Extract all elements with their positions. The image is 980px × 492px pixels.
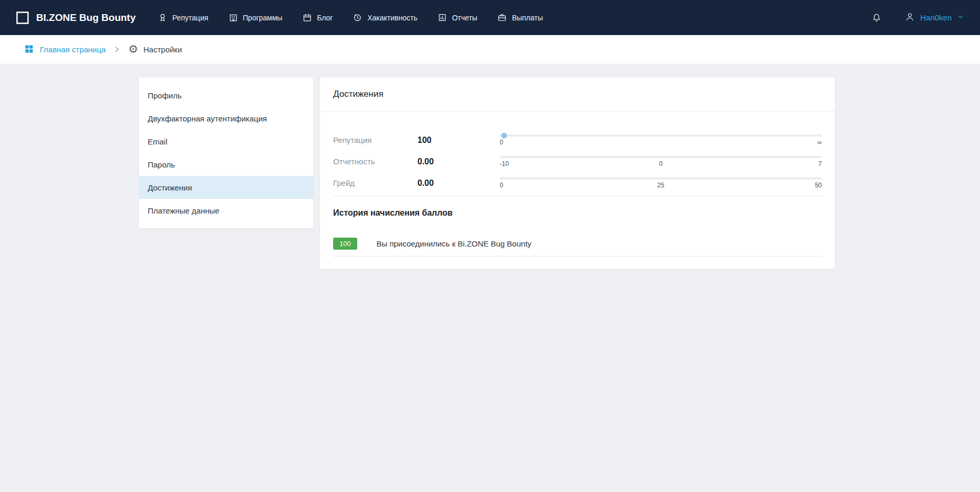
metric-label: Репутация — [333, 136, 417, 144]
nav-item-label: Отчеты — [452, 14, 477, 22]
metric-label: Отчетность — [333, 157, 417, 166]
scale-min: -10 — [500, 160, 509, 167]
breadcrumb-home-label: Главная страница — [40, 45, 106, 54]
nav-item-activity[interactable]: Хакактивность — [353, 13, 417, 23]
slider-track — [500, 156, 822, 158]
username: Han0ken — [920, 13, 952, 22]
nav-item-payouts[interactable]: Выплаты — [497, 13, 543, 23]
brand[interactable]: BI.ZONE Bug Bounty — [16, 11, 136, 25]
reputation-slider: 0 ∞ — [500, 135, 822, 146]
metric-label: Грейд — [333, 178, 417, 187]
scale-max: ∞ — [817, 139, 822, 146]
nav-item-reports[interactable]: Отчеты — [437, 13, 477, 23]
nav-item-label: Репутация — [172, 14, 208, 22]
breadcrumb-home-link[interactable]: Главная страница — [24, 44, 106, 55]
breadcrumb-chevron-icon — [114, 47, 120, 52]
user-menu[interactable]: Han0ken — [905, 12, 964, 24]
brand-title: BI.ZONE Bug Bounty — [36, 12, 136, 24]
sidebar-item-profile[interactable]: Профиль — [139, 84, 313, 107]
sidebar-item-password[interactable]: Пароль — [139, 153, 313, 176]
bizone-logo-icon — [16, 11, 29, 25]
section-divider — [333, 196, 822, 196]
chevron-down-icon — [957, 13, 964, 23]
slider-scale: 0 25 50 — [500, 182, 822, 189]
slider-scale: -10 0 7 — [500, 160, 822, 167]
nav-item-label: Хакактивность — [367, 14, 417, 22]
points-badge: 100 — [333, 238, 357, 250]
metric-value: 0.00 — [417, 178, 500, 188]
reporting-slider: -10 0 7 — [500, 156, 822, 167]
nav-item-reputation[interactable]: Репутация — [158, 13, 208, 23]
metric-value: 0.00 — [417, 157, 500, 166]
nav-item-blog[interactable]: Блог — [302, 13, 333, 23]
metric-row-grade: Грейд 0.00 0 25 50 — [333, 172, 822, 194]
reports-chart-icon — [437, 13, 447, 23]
achievements-body: Репутация 100 0 ∞ Отчетность 0.00 — [320, 111, 835, 269]
navbar-right: Han0ken — [872, 12, 964, 24]
metric-value: 100 — [417, 136, 500, 145]
nav-item-label: Программы — [243, 14, 283, 22]
nav-item-programs[interactable]: Программы — [228, 13, 283, 23]
main-nav: Репутация Программы Блог Хакактивность О… — [158, 13, 543, 23]
scale-max: 7 — [818, 160, 822, 167]
user-icon — [905, 12, 915, 24]
scale-min: 0 — [500, 139, 503, 146]
nav-item-label: Блог — [317, 14, 333, 22]
home-grid-icon — [24, 44, 34, 55]
content-area: Профиль Двухфакторная аутентификация Ema… — [0, 64, 980, 491]
breadcrumb-current: ⚙ Настройки — [128, 44, 182, 55]
top-navbar: BI.ZONE Bug Bounty Репутация Программы Б… — [0, 0, 980, 35]
scale-mid: 25 — [657, 182, 664, 189]
breadcrumb: Главная страница ⚙ Настройки — [0, 35, 980, 64]
achievements-card: Достижения Репутация 100 0 ∞ Отчетно — [320, 77, 835, 269]
blog-calendar-icon — [302, 13, 312, 23]
metric-row-reporting: Отчетность 0.00 -10 0 7 — [333, 151, 822, 172]
history-entry: 100 Вы присоединились к Bi.ZONE Bug Boun… — [333, 238, 822, 256]
settings-sidebar: Профиль Двухфакторная аутентификация Ema… — [139, 77, 313, 228]
sidebar-item-achievements[interactable]: Достижения — [139, 176, 313, 199]
gear-icon: ⚙ — [128, 44, 138, 55]
scale-mid: 0 — [659, 160, 663, 167]
sidebar-item-payment-data[interactable]: Платежные данные — [139, 199, 313, 222]
notifications-bell-icon[interactable] — [872, 13, 882, 23]
scale-max: 50 — [815, 182, 822, 189]
activity-history-icon — [353, 13, 362, 23]
slider-scale: 0 ∞ — [500, 139, 822, 146]
slider-track — [500, 135, 822, 137]
achievements-title: Достижения — [320, 77, 835, 111]
scale-min: 0 — [500, 182, 503, 189]
nav-item-label: Выплаты — [512, 14, 543, 22]
payouts-briefcase-icon — [497, 13, 507, 23]
slider-track — [500, 177, 822, 180]
history-entry-text: Вы присоединились к Bi.ZONE Bug Bounty — [377, 239, 532, 248]
metric-row-reputation: Репутация 100 0 ∞ — [333, 129, 822, 151]
sidebar-item-2fa[interactable]: Двухфакторная аутентификация — [139, 107, 313, 130]
slider-marker — [501, 132, 507, 138]
history-title: История начисления баллов — [333, 208, 822, 218]
grade-slider: 0 25 50 — [500, 177, 822, 189]
reputation-medal-icon — [158, 13, 168, 23]
breadcrumb-current-label: Настройки — [144, 45, 182, 54]
sidebar-item-email[interactable]: Email — [139, 130, 313, 153]
programs-building-icon — [228, 13, 238, 23]
